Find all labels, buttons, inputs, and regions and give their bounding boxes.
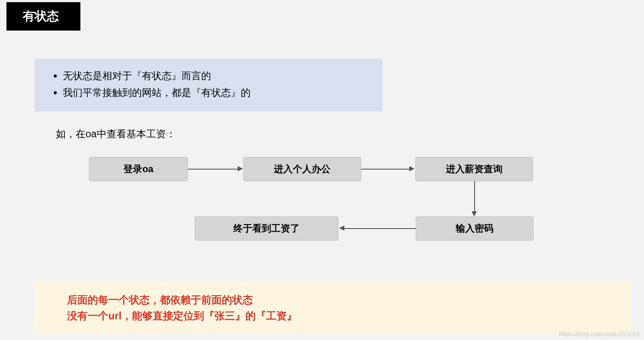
flow-node-label: 终于看到工资了 <box>233 222 300 235</box>
arrow-head-icon <box>238 166 243 171</box>
flow-node-label: 进入个人办公 <box>274 163 331 176</box>
intro-bullet: 无状态是相对于『有状态』而言的 <box>63 68 365 84</box>
conclusion-line: 后面的每一个状态，都依赖于前面的状态 <box>67 292 599 308</box>
arrow-head-icon <box>339 226 344 231</box>
flow-node-password: 输入密码 <box>416 216 534 241</box>
example-subtitle: 如，在oa中查看基本工资： <box>56 127 176 141</box>
flow-node-label: 登录oa <box>123 163 153 176</box>
intro-panel: 无状态是相对于『有状态』而言的 我们平常接触到的网站，都是『有状态』的 <box>34 59 383 111</box>
flow-node-label: 进入薪资查询 <box>446 163 503 176</box>
flow-node-result: 终于看到工资了 <box>195 216 338 241</box>
flow-node-label: 输入密码 <box>456 222 494 235</box>
conclusion-panel: 后面的每一个状态，都依赖于前面的状态 没有一个url，能够直接定位到『张三』的『… <box>34 281 632 334</box>
flow-node-login: 登录oa <box>89 157 188 181</box>
watermark: https://blog.csdn.net/LDY1016 <box>559 331 640 337</box>
page-title-text: 有状态 <box>23 9 59 23</box>
arrow-head-icon <box>409 166 414 171</box>
arrow-icon <box>188 169 239 170</box>
flow-node-personal: 进入个人办公 <box>243 157 361 181</box>
intro-bullet: 我们平常接触到的网站，都是『有状态』的 <box>63 84 365 101</box>
flow-node-salary-query: 进入薪资查询 <box>415 157 533 181</box>
conclusion-line: 没有一个url，能够直接定位到『张三』的『工资』 <box>67 308 599 324</box>
arrow-icon <box>344 228 416 229</box>
arrow-head-icon <box>472 211 477 216</box>
arrow-icon <box>474 181 475 212</box>
arrow-icon <box>361 169 410 170</box>
page-title: 有状态 <box>6 2 80 31</box>
